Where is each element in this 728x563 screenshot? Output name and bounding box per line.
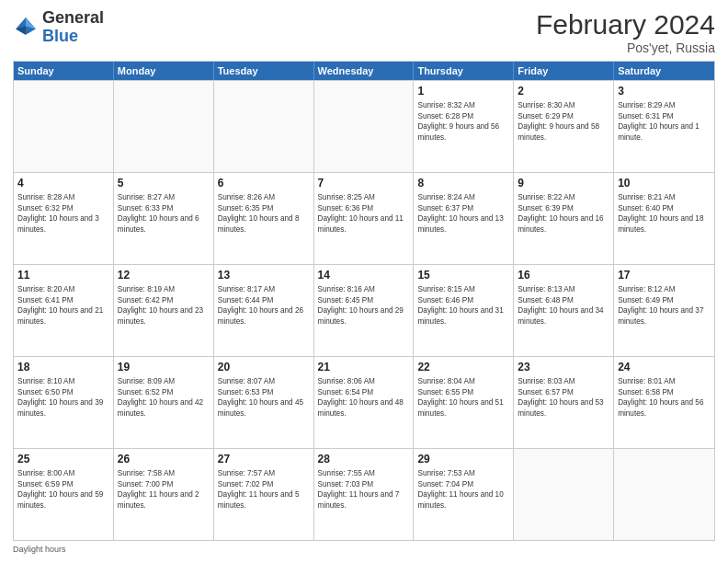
calendar-cell: 1Sunrise: 8:32 AM Sunset: 6:28 PM Daylig… (414, 81, 514, 172)
calendar-header-cell: Friday (514, 62, 614, 80)
calendar-row: 18Sunrise: 8:10 AM Sunset: 6:50 PM Dayli… (14, 356, 714, 448)
calendar-header-cell: Tuesday (214, 62, 314, 80)
cell-text: Sunrise: 8:32 AM Sunset: 6:28 PM Dayligh… (417, 101, 499, 141)
cell-text: Sunrise: 8:30 AM Sunset: 6:29 PM Dayligh… (518, 101, 599, 141)
calendar-cell: 28Sunrise: 7:55 AM Sunset: 7:03 PM Dayli… (314, 449, 415, 540)
calendar-cell (214, 81, 314, 172)
logo-blue: Blue (42, 28, 104, 46)
day-number: 2 (518, 84, 609, 98)
calendar-cell: 20Sunrise: 8:07 AM Sunset: 6:53 PM Dayli… (214, 357, 314, 448)
calendar-header-cell: Wednesday (314, 62, 415, 80)
calendar-body: 1Sunrise: 8:32 AM Sunset: 6:28 PM Daylig… (14, 80, 714, 540)
day-number: 8 (417, 176, 509, 190)
calendar-cell: 26Sunrise: 7:58 AM Sunset: 7:00 PM Dayli… (114, 449, 214, 540)
day-number: 16 (518, 268, 609, 282)
calendar-header-cell: Sunday (14, 62, 114, 80)
day-number: 9 (518, 176, 609, 190)
day-number: 19 (118, 360, 210, 374)
logo-icon (13, 15, 39, 40)
cell-text: Sunrise: 8:21 AM Sunset: 6:40 PM Dayligh… (618, 193, 703, 233)
title-month: February 2024 (536, 9, 715, 40)
calendar-cell: 27Sunrise: 7:57 AM Sunset: 7:02 PM Dayli… (214, 449, 314, 540)
day-number: 15 (417, 268, 509, 282)
daylight-label: Daylight hours (13, 545, 66, 554)
calendar-cell (14, 81, 114, 172)
title-block: February 2024 Pos'yet, Russia (536, 9, 715, 55)
cell-text: Sunrise: 8:24 AM Sunset: 6:37 PM Dayligh… (417, 193, 503, 233)
calendar-row: 25Sunrise: 8:00 AM Sunset: 6:59 PM Dayli… (14, 448, 714, 540)
calendar-header-cell: Monday (114, 62, 214, 80)
day-number: 29 (417, 452, 509, 466)
cell-text: Sunrise: 7:57 AM Sunset: 7:02 PM Dayligh… (218, 469, 300, 509)
calendar-cell: 14Sunrise: 8:16 AM Sunset: 6:45 PM Dayli… (314, 265, 415, 356)
cell-text: Sunrise: 8:22 AM Sunset: 6:39 PM Dayligh… (518, 193, 603, 233)
cell-text: Sunrise: 8:20 AM Sunset: 6:41 PM Dayligh… (17, 285, 103, 325)
day-number: 3 (618, 84, 711, 98)
day-number: 20 (218, 360, 310, 374)
cell-text: Sunrise: 8:26 AM Sunset: 6:35 PM Dayligh… (218, 193, 300, 233)
calendar-cell: 2Sunrise: 8:30 AM Sunset: 6:29 PM Daylig… (514, 81, 614, 172)
logo-text: General Blue (42, 9, 104, 46)
calendar-cell: 25Sunrise: 8:00 AM Sunset: 6:59 PM Dayli… (14, 449, 114, 540)
calendar-cell: 3Sunrise: 8:29 AM Sunset: 6:31 PM Daylig… (614, 81, 714, 172)
logo-general: General (42, 9, 104, 28)
calendar-cell: 7Sunrise: 8:25 AM Sunset: 6:36 PM Daylig… (314, 173, 415, 264)
cell-text: Sunrise: 8:07 AM Sunset: 6:53 PM Dayligh… (218, 377, 303, 417)
page: General Blue February 2024 Pos'yet, Russ… (0, 0, 728, 563)
cell-text: Sunrise: 8:06 AM Sunset: 6:54 PM Dayligh… (318, 377, 404, 417)
day-number: 18 (17, 360, 109, 374)
calendar-cell: 12Sunrise: 8:19 AM Sunset: 6:42 PM Dayli… (114, 265, 214, 356)
calendar-cell: 8Sunrise: 8:24 AM Sunset: 6:37 PM Daylig… (414, 173, 514, 264)
calendar-cell: 19Sunrise: 8:09 AM Sunset: 6:52 PM Dayli… (114, 357, 214, 448)
calendar-cell: 15Sunrise: 8:15 AM Sunset: 6:46 PM Dayli… (414, 265, 514, 356)
calendar-header: SundayMondayTuesdayWednesdayThursdayFrid… (14, 62, 714, 80)
day-number: 25 (17, 452, 109, 466)
cell-text: Sunrise: 8:13 AM Sunset: 6:48 PM Dayligh… (518, 285, 603, 325)
calendar-cell: 10Sunrise: 8:21 AM Sunset: 6:40 PM Dayli… (614, 173, 714, 264)
logo: General Blue (13, 9, 104, 46)
calendar-cell: 24Sunrise: 8:01 AM Sunset: 6:58 PM Dayli… (614, 357, 714, 448)
calendar-header-cell: Thursday (414, 62, 514, 80)
cell-text: Sunrise: 8:27 AM Sunset: 6:33 PM Dayligh… (118, 193, 199, 233)
calendar-cell: 4Sunrise: 8:28 AM Sunset: 6:32 PM Daylig… (14, 173, 114, 264)
calendar-cell: 16Sunrise: 8:13 AM Sunset: 6:48 PM Dayli… (514, 265, 614, 356)
cell-text: Sunrise: 8:25 AM Sunset: 6:36 PM Dayligh… (318, 193, 404, 233)
cell-text: Sunrise: 8:09 AM Sunset: 6:52 PM Dayligh… (118, 377, 203, 417)
day-number: 5 (118, 176, 210, 190)
calendar-cell: 13Sunrise: 8:17 AM Sunset: 6:44 PM Dayli… (214, 265, 314, 356)
footer: Daylight hours (13, 545, 715, 554)
calendar-cell: 11Sunrise: 8:20 AM Sunset: 6:41 PM Dayli… (14, 265, 114, 356)
day-number: 7 (318, 176, 410, 190)
day-number: 6 (218, 176, 310, 190)
cell-text: Sunrise: 8:29 AM Sunset: 6:31 PM Dayligh… (618, 101, 700, 141)
cell-text: Sunrise: 7:55 AM Sunset: 7:03 PM Dayligh… (318, 469, 400, 509)
day-number: 12 (118, 268, 210, 282)
day-number: 21 (318, 360, 410, 374)
day-number: 17 (618, 268, 711, 282)
calendar-cell: 17Sunrise: 8:12 AM Sunset: 6:49 PM Dayli… (614, 265, 714, 356)
calendar-cell (314, 81, 415, 172)
day-number: 10 (618, 176, 711, 190)
day-number: 14 (318, 268, 410, 282)
cell-text: Sunrise: 8:15 AM Sunset: 6:46 PM Dayligh… (417, 285, 503, 325)
calendar-row: 1Sunrise: 8:32 AM Sunset: 6:28 PM Daylig… (14, 80, 714, 172)
day-number: 23 (518, 360, 609, 374)
calendar-cell: 6Sunrise: 8:26 AM Sunset: 6:35 PM Daylig… (214, 173, 314, 264)
day-number: 13 (218, 268, 310, 282)
calendar-cell: 5Sunrise: 8:27 AM Sunset: 6:33 PM Daylig… (114, 173, 214, 264)
calendar-cell: 9Sunrise: 8:22 AM Sunset: 6:39 PM Daylig… (514, 173, 614, 264)
cell-text: Sunrise: 8:19 AM Sunset: 6:42 PM Dayligh… (118, 285, 203, 325)
cell-text: Sunrise: 8:03 AM Sunset: 6:57 PM Dayligh… (518, 377, 603, 417)
cell-text: Sunrise: 8:00 AM Sunset: 6:59 PM Dayligh… (17, 469, 103, 509)
calendar-cell: 29Sunrise: 7:53 AM Sunset: 7:04 PM Dayli… (414, 449, 514, 540)
cell-text: Sunrise: 8:01 AM Sunset: 6:58 PM Dayligh… (618, 377, 703, 417)
calendar-cell (614, 449, 714, 540)
calendar-row: 4Sunrise: 8:28 AM Sunset: 6:32 PM Daylig… (14, 172, 714, 264)
calendar-cell (114, 81, 214, 172)
cell-text: Sunrise: 7:58 AM Sunset: 7:00 PM Dayligh… (118, 469, 199, 509)
calendar-cell: 22Sunrise: 8:04 AM Sunset: 6:55 PM Dayli… (414, 357, 514, 448)
day-number: 22 (417, 360, 509, 374)
calendar-cell: 21Sunrise: 8:06 AM Sunset: 6:54 PM Dayli… (314, 357, 415, 448)
cell-text: Sunrise: 7:53 AM Sunset: 7:04 PM Dayligh… (417, 469, 503, 509)
cell-text: Sunrise: 8:04 AM Sunset: 6:55 PM Dayligh… (417, 377, 503, 417)
